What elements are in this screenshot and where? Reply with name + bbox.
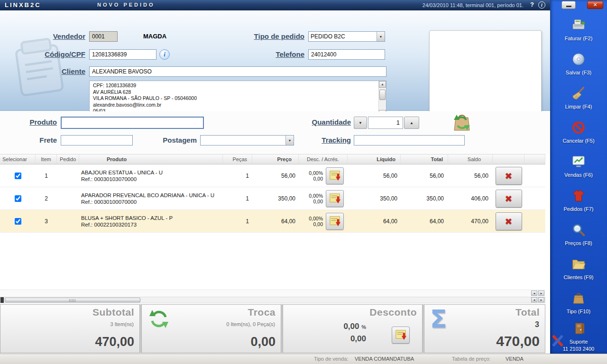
sidebar-item-vendas[interactable]: Vendas (F6): [550, 149, 607, 183]
column-header-produto[interactable]: Produto: [79, 155, 223, 164]
liquido-cell: 64,00: [348, 218, 401, 225]
help-icon[interactable]: ?: [530, 1, 534, 8]
scroll-right-icon[interactable]: ►: [538, 291, 544, 296]
discount-button[interactable]: [326, 190, 344, 207]
dropdown-arrow-icon[interactable]: ▼: [377, 32, 385, 41]
product-ref: Ref.: 00022100320173: [81, 221, 223, 228]
scroll-up-icon[interactable]: ▲: [379, 81, 386, 88]
desc-acres-cell: 0,00% 0,00: [299, 190, 348, 207]
telefone-input[interactable]: [308, 49, 385, 60]
scroll-right-icon[interactable]: ►: [538, 297, 544, 302]
items-table: 1 ABAJOUR ESTATUA - UNICA - U Ref.: 0003…: [0, 164, 545, 290]
customer-detail-line: VILA ROMANA - SÃO PAULO - SP - 05046000: [93, 95, 377, 102]
discount-button[interactable]: [392, 327, 410, 344]
column-header-selecionar[interactable]: Selecionar: [0, 155, 36, 164]
column-header-total[interactable]: Total: [401, 155, 448, 164]
minimize-button[interactable]: [561, 1, 576, 9]
desconto-value: 0,00: [350, 334, 366, 344]
table-row[interactable]: 1 ABAJOUR ESTATUA - UNICA - U Ref.: 0003…: [0, 164, 545, 187]
row-select-checkbox[interactable]: [15, 218, 21, 225]
scrollbar-thumb[interactable]: [379, 90, 386, 100]
quantity-up-button[interactable]: ▲: [404, 117, 419, 129]
column-header-saldo[interactable]: Saldo: [448, 155, 493, 164]
table-row-selected[interactable]: 3 BLUSA + SHORT BASICO - AZUL - P Ref.: …: [0, 210, 545, 233]
linx-logo: [552, 335, 564, 349]
sidebar-item-precos[interactable]: Preços (F8): [550, 217, 607, 251]
order-header: Vendedor MAGDA Tipo de pedido PEDIDO B2C…: [0, 10, 550, 111]
main-area: LinxB2C Novo Pedido 24/03/2010 11:48, te…: [0, 0, 550, 354]
tipo-pedido-value: PEDIDO B2C: [309, 32, 385, 41]
quantity-down-button[interactable]: ▼: [354, 117, 367, 129]
cliente-input[interactable]: [89, 66, 386, 77]
scroll-left-icon[interactable]: ◄: [531, 291, 537, 296]
tipo-pedido-select[interactable]: PEDIDO B2C ▼: [308, 31, 385, 42]
customer-info-icon[interactable]: i: [159, 49, 170, 60]
grid-hscrollbar[interactable]: ◄ ►: [0, 290, 545, 296]
magnifier-icon: [571, 223, 586, 239]
about-info-icon[interactable]: i: [538, 1, 545, 9]
total-cell: 350,00: [401, 195, 448, 202]
desconto-panel: Desconto 0,00 % 0,00: [283, 304, 423, 353]
tracking-input[interactable]: [354, 135, 465, 146]
troca-items: 0 Item(ns), 0 Peça(s): [226, 321, 275, 327]
desc-percent: 0,00%: [309, 170, 323, 176]
sidebar-item-cancelar[interactable]: Cancelar (F5): [550, 115, 607, 149]
subtotal-value: 470,00: [95, 335, 134, 349]
subtotal-panel: Subtotal 3 Item(ns) 470,00: [0, 304, 140, 353]
codigo-cpf-input[interactable]: [89, 49, 156, 60]
troca-title: Troca: [248, 307, 276, 318]
total-items: 3: [535, 320, 539, 329]
total-cell: 56,00: [401, 173, 448, 179]
desc-value: 0,00: [309, 199, 323, 204]
sidebar-item-suporte[interactable]: Suporte 11 2103 2400: [550, 319, 607, 354]
column-header-pecas[interactable]: Peças: [223, 155, 252, 164]
column-header-liquido[interactable]: Líquido: [348, 155, 401, 164]
total-cell: 64,00: [401, 218, 448, 225]
vendedor-nome: MAGDA: [143, 33, 166, 40]
cliente-label: Cliente: [9, 67, 85, 75]
sidebar-item-pedidos[interactable]: Pedidos (F7): [550, 183, 607, 217]
item-number: 2: [36, 195, 57, 202]
row-select-checkbox[interactable]: [15, 195, 21, 202]
app-logo: LinxB2C: [5, 1, 41, 9]
sidebar-item-faturar[interactable]: Faturar (F2): [550, 12, 607, 46]
desc-percent: 0,00%: [309, 193, 323, 199]
telefone-label: Telefone: [228, 50, 304, 58]
scrollbar-thumb[interactable]: [5, 298, 140, 302]
row-select-checkbox[interactable]: [15, 173, 21, 179]
tabela-preco-value: VENDA: [506, 356, 524, 362]
horizontal-scrollbar[interactable]: ◄ ►: [0, 297, 545, 303]
desc-acres-cell: 0,00% 0,00: [299, 213, 348, 230]
discount-button[interactable]: [326, 213, 344, 230]
frete-input[interactable]: [61, 135, 133, 146]
vendedor-input[interactable]: [89, 31, 118, 42]
product-cell: BLUSA + SHORT BASICO - AZUL - P Ref.: 00…: [79, 215, 223, 228]
table-row[interactable]: 2 APARADOR PREVENCAL BCO ADRIANA - UNICA…: [0, 187, 545, 210]
delete-item-button[interactable]: ✖: [496, 190, 522, 208]
sidebar-item-limpar[interactable]: Limpar (F4): [550, 81, 607, 115]
close-button[interactable]: ✕: [587, 1, 603, 9]
delete-item-button[interactable]: ✖: [496, 167, 522, 185]
folder-icon: [571, 257, 586, 273]
add-to-bag-icon[interactable]: [451, 111, 472, 134]
produto-input[interactable]: [61, 117, 204, 129]
scroll-left-icon[interactable]: ◄: [531, 297, 537, 302]
preco-cell: 64,00: [252, 218, 299, 225]
discount-button[interactable]: [326, 167, 344, 184]
desconto-percent: 0,00 %: [343, 322, 366, 331]
splitter-handle[interactable]: [0, 297, 4, 303]
customer-detail-line: CPF: 12081336839: [93, 82, 377, 89]
support-door-icon: [571, 321, 586, 337]
delete-item-button[interactable]: ✖: [496, 212, 522, 230]
column-header-pedido[interactable]: Pedido: [57, 155, 79, 164]
sidebar-item-clientes[interactable]: Clientes (F9): [550, 251, 607, 285]
postagem-select[interactable]: ▼: [200, 135, 294, 146]
column-header-preco[interactable]: Preço: [252, 155, 299, 164]
column-header-desc-acres[interactable]: Desc. / Acrés.: [299, 155, 348, 164]
sidebar-item-tipo[interactable]: Tipo (F10): [550, 285, 607, 319]
quantity-value[interactable]: 1: [368, 117, 403, 129]
totals-bar: Subtotal 3 Item(ns) 470,00 Troca 0: [0, 304, 545, 353]
sidebar-item-salvar[interactable]: Salvar (F3): [550, 46, 607, 81]
column-header-item[interactable]: Item: [36, 155, 57, 164]
dropdown-arrow-icon[interactable]: ▼: [285, 136, 294, 145]
